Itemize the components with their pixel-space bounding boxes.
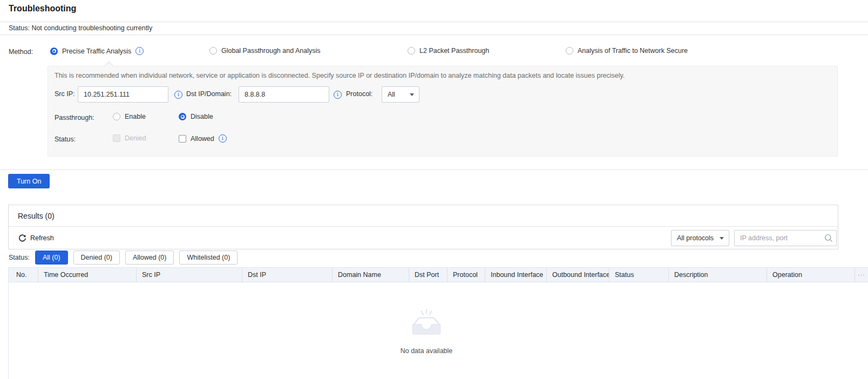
results-table-body: No data available [8,282,868,379]
status-allowed-label: Allowed [191,135,214,143]
panel-callout-notch [104,61,113,71]
status-filter-label: Status: [9,254,30,261]
column-header-dst-port: Dst Port [409,268,447,282]
results-table: No. Time Occurred Src IP Dst IP Domain N… [8,267,868,282]
method-option-label: Precise Traffic Analysis [62,48,131,55]
dst-ip-domain-input[interactable] [239,86,329,103]
method-row: Method: Precise Traffic Analysis Global … [0,47,868,58]
empty-box-icon [408,308,445,338]
method-option-label: Analysis of Traffic to Network Secure [578,47,688,55]
info-icon[interactable] [219,134,227,143]
status-allowed-option[interactable]: Allowed [179,134,227,143]
passthrough-label: Passthrough: [55,114,94,121]
more-columns-icon[interactable]: ··· [855,268,868,282]
column-header-src-ip: Src IP [137,268,242,282]
method-option-precise-traffic-analysis[interactable]: Precise Traffic Analysis [50,47,144,55]
radio-icon[interactable] [113,113,120,120]
empty-state-text: No data available [364,347,489,355]
method-label: Method: [9,48,33,56]
column-header-description: Description [669,268,767,282]
table-header-row: No. Time Occurred Src IP Dst IP Domain N… [9,268,868,282]
results-toolbar: Refresh All protocols [9,227,838,249]
radio-icon[interactable] [209,47,217,55]
troubleshooting-status-text: Status: Not conducting troubleshooting c… [9,24,152,32]
page-title: Troubleshooting [9,4,76,13]
search-input[interactable] [734,230,837,246]
filter-whitelisted-button[interactable]: Whitelisted (0) [179,251,238,265]
src-ip-label: Src IP: [55,90,75,98]
filter-denied-button[interactable]: Denied (0) [73,251,120,265]
passthrough-disable-label: Disable [191,113,213,120]
column-header-outbound-interface: Outbound Interface [547,268,609,282]
checkbox-disabled-icon [113,134,120,142]
src-ip-input[interactable] [78,86,168,103]
method-option-analysis-network-secure[interactable]: Analysis of Traffic to Network Secure [566,47,688,55]
refresh-button[interactable]: Refresh [18,227,54,249]
column-header-dst-ip: Dst IP [242,268,333,282]
protocol-filter-select[interactable]: All protocols [671,230,729,246]
precise-analysis-panel: This is recommended when individual netw… [48,66,838,157]
divider [0,22,868,22]
turn-on-button[interactable]: Turn On [8,174,50,188]
refresh-label: Refresh [30,234,54,242]
method-option-l2-packet-passthrough[interactable]: L2 Packet Passthrough [408,47,489,55]
column-header-no: No. [9,268,38,282]
search-box [734,230,837,246]
chevron-down-icon [720,237,724,240]
info-icon[interactable] [334,91,342,99]
column-header-time-occurred: Time Occurred [38,268,137,282]
radio-icon[interactable] [408,47,415,55]
checkbox-icon[interactable] [179,135,186,143]
status-filter-row: Status: All (0) Denied (0) Allowed (0) W… [0,248,868,267]
column-header-status: Status [609,268,669,282]
protocol-select[interactable]: All [382,86,419,103]
method-option-global-passthrough[interactable]: Global Passthrough and Analysis [209,47,320,55]
divider [0,170,868,170]
passthrough-disable-option[interactable]: Disable [179,113,213,120]
dst-ip-domain-label: Dst IP/Domain: [186,90,232,98]
empty-state: No data available [364,308,489,355]
protocol-label: Protocol: [346,90,372,98]
passthrough-enable-label: Enable [125,113,146,120]
divider [0,35,868,35]
protocol-filter-value: All protocols [677,234,714,242]
packet-status-label: Status: [55,136,76,143]
radio-selected-icon[interactable] [50,48,58,55]
chevron-down-icon [410,93,414,96]
method-option-label: Global Passthrough and Analysis [221,47,320,55]
panel-description: This is recommended when individual netw… [55,72,625,79]
filter-all-button[interactable]: All (0) [35,251,68,265]
search-icon[interactable] [824,234,833,242]
column-header-operation: Operation [767,268,855,282]
results-title: Results (0) [18,212,55,220]
radio-icon[interactable] [566,47,573,55]
status-denied-option: Denied [113,134,146,142]
protocol-select-value: All [388,91,395,98]
refresh-icon [18,234,26,242]
column-header-inbound-interface: Inbound Interface [485,268,547,282]
column-header-domain-name: Domain Name [333,268,409,282]
results-panel: Results (0) Refresh All protocols [8,205,838,249]
filter-allowed-button[interactable]: Allowed (0) [125,251,174,265]
radio-selected-icon[interactable] [179,113,186,120]
column-header-protocol: Protocol [447,268,485,282]
passthrough-enable-option[interactable]: Enable [113,113,146,120]
results-header: Results (0) [9,205,838,227]
info-icon[interactable] [135,47,144,55]
method-option-label: L2 Packet Passthrough [419,47,489,55]
info-icon[interactable] [174,91,182,99]
status-denied-label: Denied [125,134,146,142]
